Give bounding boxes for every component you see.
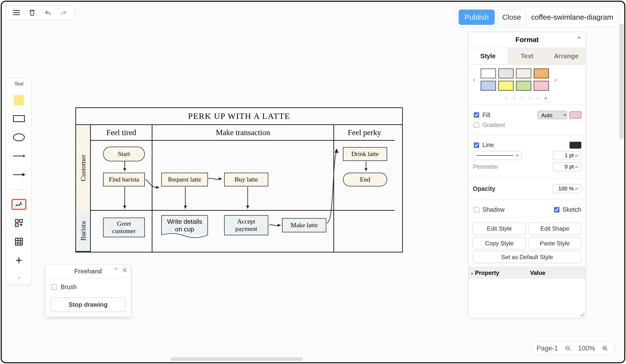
cell-customer-2[interactable]: Request latte Buy latte: [153, 141, 333, 211]
redo-button[interactable]: [59, 8, 68, 17]
fill-mode-select[interactable]: Auto: [538, 111, 567, 119]
node-request-latte[interactable]: Request latte: [161, 173, 208, 186]
brush-checkbox[interactable]: [52, 284, 57, 290]
phase-label[interactable]: Feel tired: [91, 125, 152, 141]
swatch[interactable]: [498, 69, 513, 78]
ellipse-tool[interactable]: [11, 132, 26, 143]
swatch[interactable]: [498, 81, 513, 91]
phase-label[interactable]: Make transaction: [153, 125, 333, 141]
edit-style-button[interactable]: Edit Style: [473, 223, 526, 235]
swimlane-container[interactable]: PERK UP WITH A LATTE Customer Barista Fe…: [75, 107, 403, 252]
property-table-body[interactable]: [469, 279, 586, 318]
node-write-cup[interactable]: Write details on cup: [161, 215, 208, 235]
stop-drawing-button[interactable]: Stop drawing: [51, 297, 126, 312]
cell-customer-1[interactable]: Start Find barista: [91, 141, 152, 211]
cell-customer-3[interactable]: Drink latte End: [334, 141, 395, 211]
phase-feel-tired[interactable]: Feel tired Start Find barista: [91, 125, 152, 252]
publish-button[interactable]: Publish: [459, 10, 494, 25]
node-end[interactable]: End: [343, 173, 387, 186]
zoom-level[interactable]: 100%: [578, 345, 595, 352]
phase-label[interactable]: Feel perky: [334, 125, 395, 141]
diagram-canvas[interactable]: PERK UP WITH A LATTE Customer Barista Fe…: [75, 107, 403, 255]
line-width-input[interactable]: 1 pt▴▾: [553, 151, 581, 160]
rectangle-tool[interactable]: [11, 113, 26, 124]
line-checkbox[interactable]: [474, 142, 479, 148]
copy-style-button[interactable]: Copy Style: [473, 237, 526, 249]
zoom-in-button[interactable]: [600, 345, 610, 352]
text-tool[interactable]: Text: [14, 81, 24, 87]
node-drink-latte[interactable]: Drink latte: [343, 147, 387, 161]
document-title[interactable]: coffee-swimlane-diagram: [529, 12, 616, 22]
swimlane-title[interactable]: PERK UP WITH A LATTE: [76, 108, 402, 125]
swatch[interactable]: [534, 69, 549, 78]
swatch[interactable]: [534, 81, 549, 91]
table-tool[interactable]: [11, 236, 26, 247]
node-make-latte[interactable]: Make latte: [282, 218, 326, 232]
sketch-toggle[interactable]: Sketch: [553, 206, 581, 213]
close-button[interactable]: Close: [497, 9, 526, 25]
delete-button[interactable]: [28, 8, 36, 17]
zoom-out-button[interactable]: [563, 345, 573, 352]
page-indicator[interactable]: Page-1: [537, 345, 558, 352]
spinner-icon[interactable]: ▴▾: [575, 187, 580, 190]
swatch[interactable]: [516, 69, 531, 78]
phase-make-transaction[interactable]: Make transaction Request latte Buy latte…: [152, 125, 333, 252]
swatch[interactable]: [481, 81, 496, 91]
swatch-next[interactable]: ›: [551, 75, 560, 84]
add-tool[interactable]: [11, 255, 26, 266]
fill-color-swatch[interactable]: [570, 112, 581, 118]
swatch-page-dots[interactable]: ○ ○ ○ ○ ○ ●: [469, 95, 586, 104]
undo-button[interactable]: [44, 8, 52, 17]
swatch[interactable]: [481, 69, 496, 78]
paste-style-button[interactable]: Paste Style: [528, 237, 581, 249]
node-buy-latte[interactable]: Buy latte: [224, 173, 268, 186]
line-tool[interactable]: [11, 151, 26, 161]
brush-toggle[interactable]: Brush: [51, 283, 126, 290]
node-find-barista[interactable]: Find barista: [103, 173, 145, 186]
perimeter-input[interactable]: 0 pt▴▾: [553, 162, 581, 171]
tab-arrange[interactable]: Arrange: [547, 48, 586, 64]
fill-toggle[interactable]: Fill: [473, 112, 490, 119]
edit-shape-button[interactable]: Edit Shape: [528, 223, 581, 235]
format-panel-title[interactable]: Format ⌃: [469, 32, 586, 48]
set-default-style-button[interactable]: Set as Default Style: [473, 251, 581, 263]
cell-barista-3[interactable]: [334, 211, 395, 252]
phase-feel-perky[interactable]: Feel perky Drink latte End: [333, 125, 395, 252]
lane-barista[interactable]: Barista: [76, 211, 90, 252]
node-start[interactable]: Start: [103, 147, 145, 161]
arrow-tool[interactable]: [11, 169, 26, 180]
cell-barista-1[interactable]: Greet customer: [91, 211, 152, 252]
swatch-prev[interactable]: ‹: [470, 75, 478, 84]
spinner-icon[interactable]: ▴▾: [575, 165, 580, 168]
lane-customer[interactable]: Customer: [76, 125, 90, 211]
shapes-library-tool[interactable]: [11, 218, 26, 228]
menu-button[interactable]: [12, 8, 21, 17]
vertical-scrollbar[interactable]: [619, 24, 624, 139]
freehand-close-button[interactable]: ✕: [122, 267, 127, 274]
swatch[interactable]: [516, 81, 531, 91]
tab-text[interactable]: Text: [508, 48, 547, 64]
freehand-collapse-button[interactable]: ⌃: [113, 267, 118, 274]
gradient-toggle[interactable]: Gradient: [473, 121, 505, 128]
line-style-select[interactable]: ▾: [473, 151, 522, 160]
line-color-swatch[interactable]: [570, 142, 581, 149]
toolbar-expand[interactable]: ⌄: [17, 274, 21, 280]
property-table-header[interactable]: ▸Property Value: [469, 267, 586, 279]
shadow-checkbox[interactable]: [474, 207, 479, 212]
opacity-input[interactable]: 100 %▴▾: [553, 184, 581, 193]
node-greet-customer[interactable]: Greet customer: [103, 218, 145, 237]
shadow-toggle[interactable]: Shadow: [473, 206, 505, 213]
sketch-checkbox[interactable]: [554, 207, 559, 212]
cell-barista-2[interactable]: Write details on cup Accept payment Make…: [153, 211, 333, 252]
resize-grip-icon[interactable]: [580, 313, 585, 317]
freehand-tool[interactable]: [11, 199, 26, 210]
sticky-note-tool[interactable]: [11, 95, 26, 105]
gradient-checkbox[interactable]: [474, 122, 479, 128]
spinner-icon[interactable]: ▴▾: [575, 154, 580, 157]
tab-style[interactable]: Style: [469, 48, 508, 64]
line-toggle[interactable]: Line: [473, 141, 494, 149]
node-accept-payment[interactable]: Accept payment: [224, 215, 268, 235]
chevron-up-icon[interactable]: ⌃: [576, 35, 582, 43]
fill-checkbox[interactable]: [474, 112, 479, 118]
horizontal-scrollbar[interactable]: [170, 357, 303, 361]
